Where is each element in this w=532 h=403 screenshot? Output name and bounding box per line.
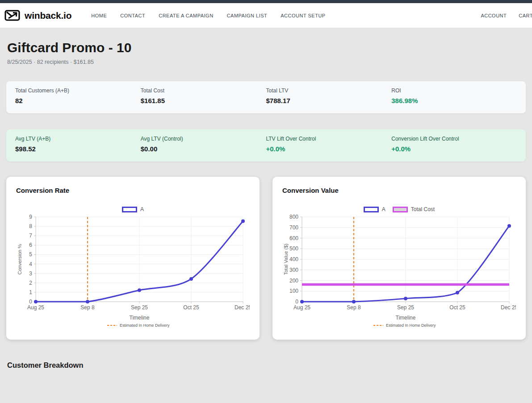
data-point [138,288,141,292]
stat-total-ltv: Total LTV $788.17 [266,87,392,107]
customer-breakdown-heading: Customer Breakdown [6,361,526,370]
annotation-legend-label: Estimated In Home Delivery [120,323,170,328]
svg-text:3: 3 [29,270,32,277]
svg-text:300: 300 [289,267,298,273]
legend-item-total-cost[interactable]: Total Cost [393,206,435,212]
stat-total-cost: Total Cost $161.85 [141,87,266,107]
svg-text:Sep 8: Sep 8 [80,304,95,311]
y-axis-title: Conversion % [17,244,22,275]
stat-ltv-lift: LTV Lift Over Control +0.0% [266,136,392,155]
data-point [241,220,245,223]
nav-account[interactable]: ACCOUNT [481,13,507,18]
main-menu: HOME CONTACT CREATE A CAMPAIGN CAMPAIGN … [91,13,325,18]
svg-text:Aug 25: Aug 25 [293,304,310,311]
conversion-rate-chart[interactable]: 0123456789Aug 25Sep 8Sep 25Oct 25Dec 25C… [16,214,250,331]
data-point [189,277,193,281]
svg-text:Sep 25: Sep 25 [397,304,414,311]
svg-text:0: 0 [295,299,298,305]
primary-stats-card: Total Customers (A+B) 82 Total Cost $161… [6,81,526,113]
nav-create-campaign[interactable]: CREATE A CAMPAIGN [159,13,213,18]
svg-text:100: 100 [289,288,298,294]
stat-avg-ltv-ab: Avg LTV (A+B) $98.52 [15,136,141,155]
svg-text:800: 800 [289,214,298,220]
svg-text:9: 9 [29,214,32,220]
nav-cart[interactable]: CART 0 [519,13,532,18]
svg-text:8: 8 [29,223,32,229]
svg-text:5: 5 [29,251,32,258]
x-axis-title: Timeline [130,315,150,321]
svg-text:0: 0 [29,299,32,305]
y-axis-title: Total Value ($) [283,244,289,275]
top-navigation: winback.io HOME CONTACT CREATE A CAMPAIG… [0,3,532,28]
brand-name: winback.io [25,10,71,21]
x-axis-title: Timeline [396,315,416,321]
svg-text:700: 700 [289,224,298,231]
data-point [456,291,459,295]
stat-value: +0.0% [391,145,517,153]
stat-value: 82 [15,97,141,104]
legend-swatch-a [364,207,379,212]
annotation-legend-label: Estimated In Home Delivery [386,323,436,328]
stat-value: $788.17 [266,97,392,104]
data-point [404,297,407,300]
chart-title: Conversion Rate [16,187,250,194]
legend-swatch-total-cost [393,207,408,212]
stat-avg-ltv-control: Avg LTV (Control) $0.00 [141,136,266,155]
stat-roi: ROI 386.98% [391,87,517,107]
nav-home[interactable]: HOME [91,13,107,18]
legend-item-a[interactable]: A [364,206,385,212]
stat-label: ROI [391,87,517,94]
brand-logo[interactable]: winback.io [4,9,71,21]
svg-text:Sep 25: Sep 25 [131,304,148,311]
svg-text:1: 1 [29,289,32,295]
svg-text:Aug 25: Aug 25 [27,304,44,311]
stat-label: Avg LTV (A+B) [15,136,141,142]
stat-label: Total Customers (A+B) [15,87,141,94]
stat-value: $0.00 [141,145,266,153]
legend-label-total-cost: Total Cost [411,206,435,212]
svg-text:Oct 25: Oct 25 [183,304,199,311]
svg-text:600: 600 [289,235,298,241]
nav-right-menu: ACCOUNT CART 0 [481,13,532,18]
legend-label-a: A [140,206,144,212]
campaign-dashboard: Giftcard Promo - 10 8/25/2025 · 82 recip… [0,40,532,370]
svg-text:4: 4 [29,261,32,267]
stat-value: 386.98% [391,97,517,104]
page-title: Giftcard Promo - 10 [6,40,526,55]
lift-stats-card: Avg LTV (A+B) $98.52 Avg LTV (Control) $… [6,129,526,162]
data-point [34,300,38,303]
stat-label: Avg LTV (Control) [141,136,266,142]
data-point [352,300,356,303]
stat-total-customers: Total Customers (A+B) 82 [15,87,141,107]
legend-item-a[interactable]: A [122,206,144,212]
svg-text:400: 400 [289,256,298,262]
stat-conversion-lift: Conversion Lift Over Control +0.0% [391,136,517,155]
svg-text:7: 7 [29,233,32,239]
stat-value: +0.0% [266,145,392,153]
conversion-rate-card: Conversion Rate A 0123456789Aug 25Sep 8S… [6,177,260,340]
gridlines [300,217,509,303]
legend-label-a: A [382,206,385,212]
stat-label: Total LTV [266,87,392,94]
data-point [86,300,89,303]
nav-campaign-list[interactable]: CAMPAIGN LIST [227,13,268,18]
chart-title: Conversion Value [282,187,516,194]
stat-value: $98.52 [15,145,141,153]
svg-text:500: 500 [289,245,298,252]
svg-text:200: 200 [289,278,298,284]
chart-legend: A [16,206,250,213]
nav-account-setup[interactable]: ACCOUNT SETUP [281,13,325,18]
svg-text:6: 6 [29,242,32,248]
nav-contact[interactable]: CONTACT [120,13,145,18]
stat-label: Conversion Lift Over Control [391,136,517,142]
svg-text:Dec 25: Dec 25 [235,304,250,311]
charts-row: Conversion Rate A 0123456789Aug 25Sep 8S… [6,177,526,340]
conversion-value-chart[interactable]: 0100200300400500600700800Aug 25Sep 8Sep … [282,214,516,331]
svg-text:Dec 25: Dec 25 [501,304,516,311]
top-accent-bar [0,0,532,3]
stat-label: LTV Lift Over Control [266,136,392,142]
svg-text:2: 2 [29,280,32,286]
stat-label: Total Cost [141,87,266,94]
svg-text:Oct 25: Oct 25 [449,304,465,311]
legend-swatch-a [122,207,137,212]
